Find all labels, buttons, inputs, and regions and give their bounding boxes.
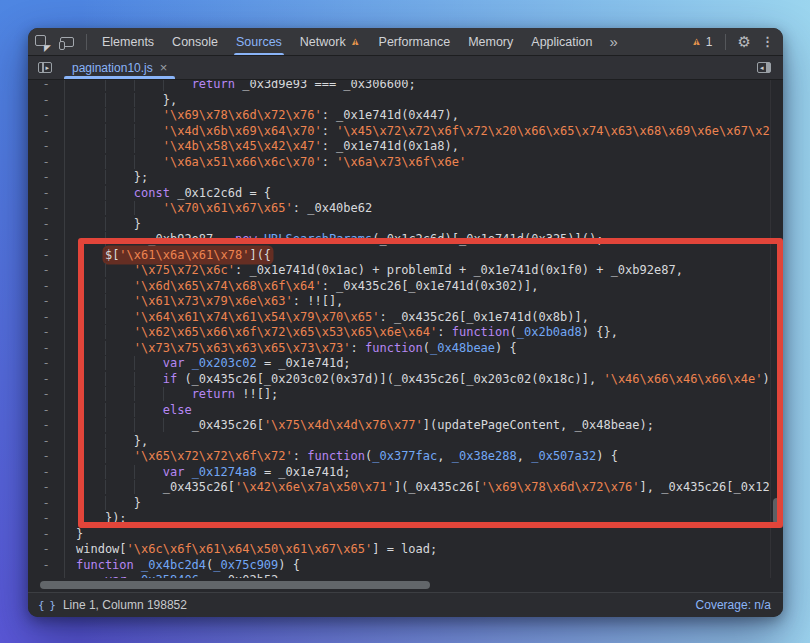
gutter-marker: -: [28, 558, 64, 574]
code-line: }: [76, 217, 770, 233]
gutter-marker: -: [28, 542, 64, 558]
close-tab-icon[interactable]: ×: [160, 60, 168, 75]
code-line: },: [76, 93, 770, 109]
code-editor[interactable]: --------------------------------- return…: [28, 80, 783, 592]
code-line: '\x4d\x6b\x69\x64\x70': '\x45\x72\x72\x6…: [76, 124, 770, 140]
code-line: '\x6d\x65\x74\x68\x6f\x64': _0x435c26[_0…: [76, 279, 770, 295]
gutter-marker: -: [28, 279, 64, 295]
more-panels-icon[interactable]: »: [601, 33, 625, 50]
warning-icon: ▲!: [350, 36, 361, 47]
gutter-marker: -: [28, 155, 64, 171]
active-panel-underline: [234, 53, 284, 56]
gutter-marker: -: [28, 232, 64, 248]
gutter-marker: -: [28, 80, 64, 93]
toolbar-right: ▲! 1 ⚙ ⋮: [685, 28, 783, 55]
gutter-marker: -: [28, 465, 64, 481]
gutter-marker: -: [28, 325, 64, 341]
gutter-marker: -: [28, 434, 64, 450]
gutter-marker: -: [28, 201, 64, 217]
code-line: _0x435c26['\x42\x6e\x7a\x50\x71'](_0x435…: [76, 480, 770, 496]
toolbar-tab-console[interactable]: Console: [163, 28, 227, 55]
code-line: '\x75\x72\x6c': _0x1e741d(0x1ac) + probl…: [76, 263, 770, 279]
gutter: ---------------------------------: [28, 80, 64, 578]
code-line: });: [76, 511, 770, 527]
gutter-marker: -: [28, 356, 64, 372]
toolbar-tab-sources[interactable]: Sources: [227, 28, 291, 55]
gutter-marker: -: [28, 263, 64, 279]
navigator-toggle-icon[interactable]: ▸: [34, 58, 56, 78]
code-line: else: [76, 403, 770, 419]
toolbar-tab-application[interactable]: Application: [522, 28, 601, 55]
gutter-marker: -: [28, 139, 64, 155]
gutter-marker: -: [28, 93, 64, 109]
gutter-marker: -: [28, 108, 64, 124]
code-line: var _0x358406 = _0x02b52;: [76, 573, 770, 578]
code-line: '\x4b\x58\x45\x42\x47': _0x1e741d(0x1a8)…: [76, 139, 770, 155]
toolbar-tab-network[interactable]: Network▲!: [291, 28, 370, 55]
gutter-border: [64, 80, 65, 578]
code-line: '\x62\x65\x66\x6f\x72\x65\x53\x65\x6e\x6…: [76, 325, 770, 341]
code-line: _0x435c26['\x75\x4d\x4d\x76\x77'](update…: [76, 418, 770, 434]
gutter-marker: -: [28, 248, 64, 264]
devtools-window: ◤ ElementsConsoleSourcesNetwork▲!Perform…: [28, 28, 783, 617]
gutter-marker: -: [28, 496, 64, 512]
active-tab-underline: [64, 76, 175, 79]
devtools-toolbar: ◤ ElementsConsoleSourcesNetwork▲!Perform…: [28, 28, 783, 56]
code-line: return !![];: [76, 387, 770, 403]
coverage-status[interactable]: Coverage: n/a: [696, 598, 771, 612]
file-tab-bar: ▸ pagination10.js × ◂: [28, 56, 783, 80]
code-line: '\x61\x73\x79\x6e\x63': !![],: [76, 294, 770, 310]
code-line: '\x70\x61\x67\x65': _0x40be62: [76, 201, 770, 217]
vertical-scrollbar[interactable]: [770, 80, 783, 578]
error-badge[interactable]: ▲! 1: [685, 35, 719, 49]
code-line: '\x6a\x51\x66\x6c\x70': '\x6a\x73\x6f\x6…: [76, 155, 770, 171]
panel-tabs: ElementsConsoleSourcesNetwork▲!Performan…: [93, 28, 601, 55]
gutter-marker: -: [28, 418, 64, 434]
toolbar-separator: [86, 34, 87, 50]
file-tab-name: pagination10.js: [72, 61, 153, 75]
inspect-element-icon[interactable]: ◤: [30, 32, 52, 52]
gutter-marker: -: [28, 170, 64, 186]
error-warning-icon: ▲!: [691, 36, 702, 47]
gutter-marker: -: [28, 387, 64, 403]
gutter-marker: -: [28, 527, 64, 543]
toolbar-tab-memory[interactable]: Memory: [459, 28, 522, 55]
gutter-marker: -: [28, 294, 64, 310]
code-line: '\x73\x75\x63\x63\x65\x73\x73': function…: [76, 341, 770, 357]
gutter-marker: -: [28, 186, 64, 202]
toolbar-tab-performance[interactable]: Performance: [370, 28, 460, 55]
sidebar-toggle-icon[interactable]: ◂: [753, 58, 775, 78]
cursor-glyph: ◤: [44, 44, 51, 53]
code-line: window['\x6c\x6f\x61\x64\x50\x61\x67\x65…: [76, 542, 770, 558]
code-line: if (_0x435c26[_0x203c02(0x37d)](_0x435c2…: [76, 372, 770, 388]
gutter-marker: -: [28, 310, 64, 326]
code-lines: return _0x3d9e93 === _0x306600; }, '\x69…: [76, 80, 770, 578]
code-line: $['\x61\x6a\x61\x78']({: [76, 248, 770, 264]
file-tab[interactable]: pagination10.js ×: [62, 56, 177, 79]
desktop-background: ◤ ElementsConsoleSourcesNetwork▲!Perform…: [0, 0, 810, 643]
chevron-right-icon: ▸: [45, 64, 49, 72]
code-line: };: [76, 170, 770, 186]
code-line: return _0x3d9e93 === _0x306600;: [76, 80, 770, 93]
code-line: }: [76, 496, 770, 512]
error-count: 1: [706, 35, 713, 49]
cursor-position: Line 1, Column 198852: [63, 598, 187, 612]
settings-gear-icon[interactable]: ⚙: [732, 33, 757, 51]
code-line: '\x64\x61\x74\x61\x54\x79\x70\x65': _0x4…: [76, 310, 770, 326]
horizontal-scrollbar-thumb[interactable]: [40, 581, 430, 589]
gutter-marker: -: [28, 511, 64, 527]
code-line: _0xb92e87 = new URLSearchParams(_0x1c2c6…: [76, 232, 770, 248]
gutter-marker: -: [28, 372, 64, 388]
code-line: }: [76, 527, 770, 543]
search-match-highlight: $['\x61\x6a\x61\x78']({: [105, 248, 271, 262]
device-toolbar-icon[interactable]: [56, 32, 78, 52]
vertical-scrollbar-thumb[interactable]: [773, 498, 781, 524]
code-line: function _0x4bc2d4(_0x75c909) {: [76, 558, 770, 574]
gutter-marker: -: [28, 124, 64, 140]
pretty-print-icon[interactable]: { }: [38, 599, 55, 612]
gutter-marker: -: [28, 449, 64, 465]
gutter-marker: -: [28, 403, 64, 419]
code-line: '\x65\x72\x72\x6f\x72': function(_0x377f…: [76, 449, 770, 465]
toolbar-tab-elements[interactable]: Elements: [93, 28, 163, 55]
menu-dots-icon[interactable]: ⋮: [757, 34, 783, 49]
